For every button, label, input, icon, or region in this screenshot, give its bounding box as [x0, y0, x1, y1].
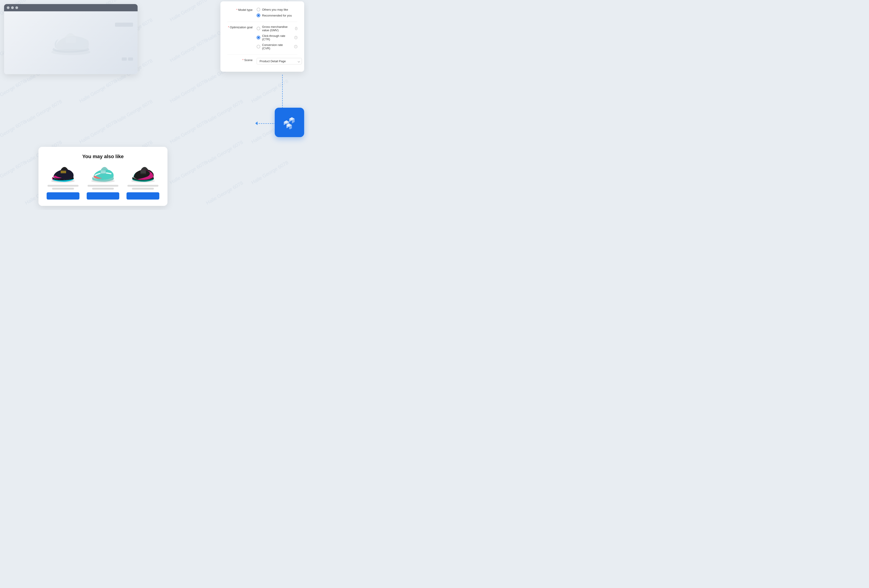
product-card: You may also like: [39, 147, 168, 206]
product-3-button[interactable]: [126, 192, 159, 200]
product-2-line-1: [87, 185, 119, 187]
model-type-row: *Model type Others you may like Recommen…: [227, 8, 297, 17]
product-3-line-2: [132, 188, 154, 190]
radio-ctr-inner: [258, 37, 260, 39]
connector-arrow: [255, 121, 258, 125]
product-1-button[interactable]: [47, 192, 79, 200]
scene-label: *Scene: [227, 58, 257, 62]
radio-ctr[interactable]: [257, 36, 260, 39]
help-icon-cvr[interactable]: ?: [294, 45, 297, 48]
scene-select-wrap: Product Detail Page Home Page Search Res…: [257, 58, 302, 64]
cubes-icon-svg: [282, 116, 297, 129]
browser-ui-bar: [115, 23, 133, 27]
product-2-text: [85, 185, 121, 190]
required-star-opt: *: [228, 25, 229, 29]
product-3-text: [125, 185, 161, 190]
radio-recommended[interactable]: [257, 13, 260, 17]
browser-ui-dot-2: [128, 58, 133, 61]
model-option-others-label: Others you may like: [262, 8, 288, 11]
product-2-line-2: [92, 188, 114, 190]
opt-cvr[interactable]: Conversion rate (CVR) ?: [257, 43, 297, 50]
scene-row: *Scene Product Detail Page Home Page Sea…: [227, 58, 297, 64]
opt-ctr-label: Click-through rate (CTR): [262, 34, 292, 41]
product-item-1: [45, 165, 81, 200]
optimization-goal-label: *Optimization goal: [227, 25, 257, 29]
divider-1: [227, 22, 297, 22]
model-option-others[interactable]: Others you may like: [257, 8, 292, 11]
radio-others[interactable]: [257, 8, 260, 11]
traffic-light-yellow: [11, 6, 14, 9]
browser-content: [4, 11, 138, 74]
optimization-options: Gross merchandise value (GMV) ? Click-th…: [257, 25, 297, 50]
product-item-3: [125, 165, 161, 200]
model-type-label: *Model type: [227, 8, 257, 12]
help-icon-gmv[interactable]: ?: [295, 27, 297, 30]
browser-ui-dots: [122, 58, 133, 61]
shoe-3-svg: [129, 165, 157, 183]
opt-ctr[interactable]: Click-through rate (CTR) ?: [257, 34, 297, 41]
optimization-goal-row: *Optimization goal Gross merchandise val…: [227, 25, 297, 50]
blue-box-icon[interactable]: [275, 108, 304, 137]
settings-panel: *Model type Others you may like Recommen…: [220, 1, 304, 72]
traffic-light-red: [7, 6, 9, 9]
radio-cvr[interactable]: [257, 45, 260, 49]
opt-gmv-label: Gross merchandise value (GMV): [262, 25, 292, 32]
scene-dropdown[interactable]: Product Detail Page Home Page Search Res…: [257, 58, 302, 64]
shoe-1-svg: [49, 165, 77, 183]
product-shoe-2: [89, 165, 117, 183]
product-shoe-1: [49, 165, 77, 183]
browser-window: [4, 4, 138, 74]
product-1-text: [45, 185, 81, 190]
help-icon-ctr[interactable]: ?: [294, 36, 297, 39]
required-star-model: *: [236, 8, 237, 12]
product-1-line-2: [52, 188, 74, 190]
model-option-recommended-label: Recommended for you: [262, 14, 292, 17]
model-option-recommended[interactable]: Recommended for you: [257, 13, 292, 17]
shoe-2-svg: [89, 165, 117, 183]
model-type-options: Others you may like Recommended for you: [257, 8, 292, 17]
product-1-line-1: [47, 185, 79, 187]
opt-gmv[interactable]: Gross merchandise value (GMV) ?: [257, 25, 297, 32]
browser-titlebar: [4, 4, 138, 11]
shoe-silhouette-svg: [48, 27, 93, 59]
required-star-scene: *: [242, 58, 243, 62]
radio-gmv[interactable]: [257, 27, 260, 30]
product-3-line-1: [128, 185, 159, 187]
radio-recommended-inner: [258, 15, 260, 16]
product-shoe-3: [129, 165, 157, 183]
product-card-title: You may also like: [45, 154, 161, 160]
shoe-placeholder: [46, 22, 96, 63]
scene-dropdown-container: Product Detail Page Home Page Search Res…: [257, 58, 302, 64]
traffic-light-green: [15, 6, 18, 9]
opt-cvr-label: Conversion rate (CVR): [262, 43, 292, 50]
browser-ui-dot-1: [122, 58, 127, 61]
product-item-2: [85, 165, 121, 200]
product-grid: [45, 165, 161, 200]
product-2-button[interactable]: [87, 192, 120, 200]
svg-rect-1: [66, 37, 76, 43]
